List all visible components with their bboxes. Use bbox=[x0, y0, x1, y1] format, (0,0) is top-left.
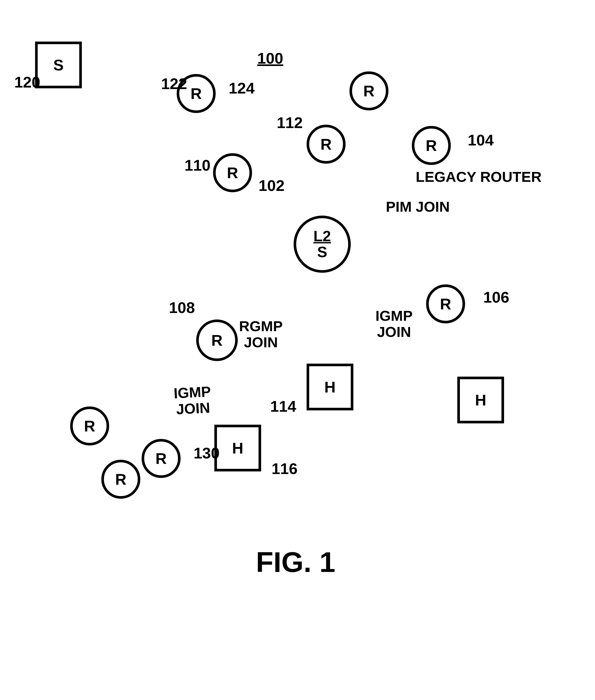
svg-line-28 bbox=[149, 87, 160, 93]
host-116: H bbox=[215, 425, 261, 471]
svg-line-4 bbox=[322, 164, 328, 215]
ref-108: 108 bbox=[169, 299, 195, 317]
svg-line-13 bbox=[138, 340, 197, 373]
svg-line-8 bbox=[455, 319, 476, 377]
host-114: H bbox=[307, 363, 353, 410]
ref-102: 102 bbox=[258, 177, 284, 195]
svg-point-33 bbox=[115, 125, 119, 129]
svg-line-15 bbox=[78, 375, 81, 389]
node-label: L2S bbox=[313, 228, 331, 260]
node-label: R bbox=[211, 331, 222, 349]
annotation-igmp-join: IGMPJOIN bbox=[375, 308, 413, 340]
router-top: R bbox=[349, 71, 389, 110]
router-130: R bbox=[142, 439, 180, 478]
ref-104: 104 bbox=[468, 131, 494, 149]
svg-line-10 bbox=[229, 257, 298, 325]
router-bus2: R bbox=[101, 460, 140, 499]
router-110: R bbox=[213, 153, 252, 192]
svg-line-5 bbox=[338, 108, 360, 127]
svg-line-25 bbox=[296, 389, 307, 398]
switch-102: L2S bbox=[293, 215, 351, 273]
router-bus1: R bbox=[70, 407, 109, 445]
node-label: R bbox=[191, 85, 202, 103]
ref-124: 124 bbox=[229, 79, 255, 97]
node-label: R bbox=[84, 417, 95, 435]
node-label: H bbox=[232, 439, 243, 457]
node-label: R bbox=[426, 137, 437, 154]
svg-point-35 bbox=[136, 120, 140, 124]
svg-line-26 bbox=[261, 452, 270, 460]
svg-point-32 bbox=[105, 128, 108, 132]
annotation-igmp-join-2: IGMPJOIN bbox=[173, 383, 212, 417]
router-112: R bbox=[307, 125, 346, 164]
svg-line-6 bbox=[348, 158, 421, 232]
svg-line-20 bbox=[451, 140, 465, 142]
node-label: R bbox=[320, 135, 332, 153]
ref-130: 130 bbox=[194, 444, 220, 462]
svg-point-31 bbox=[94, 130, 98, 134]
ref-106: 106 bbox=[483, 288, 509, 306]
node-label: H bbox=[324, 378, 335, 396]
figure-id: 100 bbox=[257, 49, 283, 67]
annotation-rgmp-join: RGMPJOIN bbox=[239, 318, 283, 350]
diagram-edges bbox=[0, 0, 595, 700]
node-label: R bbox=[115, 470, 126, 488]
ref-122: 122 bbox=[161, 75, 187, 93]
ref-112: 112 bbox=[277, 114, 303, 132]
source-node: S bbox=[35, 41, 82, 88]
ref-110: 110 bbox=[185, 156, 210, 174]
annotation-legacy-router: LEGACY ROUTER bbox=[416, 169, 541, 185]
svg-line-14 bbox=[73, 363, 156, 382]
svg-line-27 bbox=[26, 66, 35, 70]
router-106: R bbox=[426, 284, 465, 323]
node-label: S bbox=[53, 56, 64, 74]
node-label: R bbox=[155, 449, 167, 468]
node-label: H bbox=[475, 391, 486, 409]
svg-line-0 bbox=[58, 88, 83, 123]
host-right: H bbox=[457, 377, 504, 424]
svg-line-9 bbox=[328, 273, 330, 363]
node-label: R bbox=[440, 295, 451, 313]
ref-120: 120 bbox=[14, 73, 40, 91]
annotation-pim-join: PIM JOIN bbox=[386, 199, 450, 215]
svg-line-16 bbox=[151, 358, 153, 372]
ref-116: 116 bbox=[272, 460, 298, 478]
svg-line-21 bbox=[465, 297, 481, 300]
svg-line-29 bbox=[217, 88, 227, 91]
router-108: R bbox=[196, 319, 238, 361]
svg-line-11 bbox=[226, 358, 239, 426]
svg-line-30 bbox=[180, 452, 192, 455]
figure-canvas: S R R R R R L2S R R H H H R R R 100 bbox=[0, 0, 595, 700]
svg-point-34 bbox=[125, 123, 129, 126]
svg-line-2 bbox=[208, 110, 226, 156]
svg-line-17 bbox=[91, 377, 95, 408]
svg-line-1 bbox=[154, 103, 182, 119]
ref-114: 114 bbox=[270, 398, 296, 415]
cloud-icon bbox=[75, 94, 170, 163]
node-label: R bbox=[227, 164, 238, 182]
svg-line-7 bbox=[346, 260, 429, 296]
node-label: R bbox=[363, 82, 374, 100]
router-104: R bbox=[412, 126, 451, 165]
figure-caption: FIG. 1 bbox=[256, 546, 335, 578]
